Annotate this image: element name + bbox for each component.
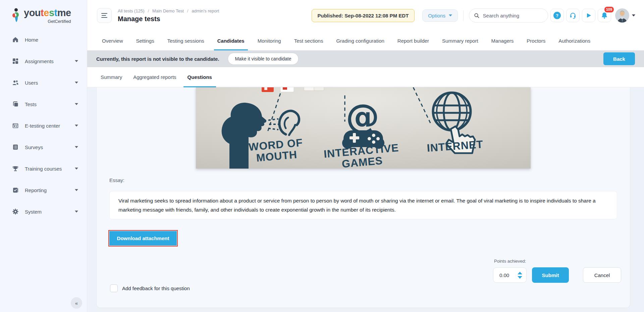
decrement-arrow-icon[interactable] (518, 276, 522, 279)
search-input[interactable] (483, 13, 544, 18)
tab-overview[interactable]: Overview (102, 31, 123, 50)
play-icon (585, 12, 592, 19)
download-attachment-button[interactable]: Download attachment (109, 231, 177, 246)
subtab-aggregated-reports[interactable]: Aggregated reports (133, 67, 176, 87)
users-icon (12, 79, 19, 86)
page-heading: All tests (125) / Main Demo Test / admin… (118, 8, 219, 23)
assignments-icon (12, 58, 19, 64)
tab-summary-report[interactable]: Summary report (442, 31, 478, 50)
submit-button[interactable]: Submit (532, 267, 569, 283)
tab-monitoring[interactable]: Monitoring (258, 31, 281, 50)
notification-count-badge: 109 (604, 7, 614, 12)
tab-candidates[interactable]: Candidates (217, 31, 245, 50)
reporting-icon (12, 187, 19, 193)
sidebar-item-home[interactable]: Home (0, 29, 87, 50)
cancel-button[interactable]: Cancel (583, 267, 621, 283)
make-visible-button[interactable]: Make it visible to candidate (228, 53, 298, 65)
feedback-row: Add feedback for this question (110, 284, 190, 292)
grading-controls: Points achieved: Submit Cancel (493, 259, 621, 283)
help-button[interactable]: ? (550, 9, 564, 22)
chevron-down-icon (75, 60, 78, 62)
breadcrumb-main-demo-test[interactable]: Main Demo Test (152, 8, 184, 13)
sidebar: youtestme GetCertified Home Assignments … (0, 0, 87, 312)
sidebar-item-system[interactable]: System (0, 201, 87, 222)
gear-icon (12, 208, 19, 215)
trophy-icon (12, 165, 19, 172)
points-achieved-label: Points achieved: (494, 259, 526, 264)
home-icon (12, 36, 19, 43)
options-dropdown-button[interactable]: Options (422, 9, 458, 22)
chevron-down-icon (75, 103, 78, 105)
breadcrumb-all-tests[interactable]: All tests (125) (118, 8, 144, 13)
avatar-photo (615, 8, 629, 23)
tab-authorizations[interactable]: Authorizations (558, 31, 590, 50)
top-header: All tests (125) / Main Demo Test / admin… (87, 0, 644, 31)
sidebar-collapse-button[interactable]: « (71, 297, 82, 309)
question-card: @ (96, 87, 630, 308)
annotation-highlight: Download attachment (108, 230, 178, 247)
sidebar-item-label: Tests (25, 101, 37, 107)
global-search[interactable] (469, 8, 548, 23)
brand-logo-icon (12, 8, 21, 24)
breadcrumb: All tests (125) / Main Demo Test / admin… (118, 8, 219, 13)
support-button[interactable] (566, 9, 580, 22)
surveys-icon (12, 144, 19, 150)
tab-testing-sessions[interactable]: Testing sessions (167, 31, 204, 50)
options-label: Options (428, 13, 445, 18)
published-status-badge: Published: Sep-08-2022 12:08 PM EDT (312, 9, 415, 22)
sidebar-item-users[interactable]: Users (0, 72, 87, 93)
bell-icon (601, 12, 608, 19)
sidebar-item-training-courses[interactable]: Training courses (0, 158, 87, 179)
sidebar-item-assignments[interactable]: Assignments (0, 50, 87, 72)
content-area: @ (87, 87, 644, 312)
tab-settings[interactable]: Settings (136, 31, 154, 50)
chevron-down-icon (75, 168, 78, 170)
brand-tagline: GetCertified (48, 19, 71, 24)
sidebar-item-label: Training courses (25, 166, 62, 172)
subtab-summary[interactable]: Summary (101, 67, 122, 87)
brand-name: youtestme (24, 8, 71, 18)
tab-managers[interactable]: Managers (491, 31, 514, 50)
essay-answer-text: Viral marketing seeks to spread informat… (109, 191, 617, 219)
report-subtabs: Summary Aggregated reports Questions (87, 67, 644, 87)
chevron-down-icon (75, 125, 78, 127)
breadcrumb-separator: / (148, 8, 149, 13)
sidebar-item-surveys[interactable]: Surveys (0, 136, 87, 158)
subtab-questions[interactable]: Questions (187, 67, 212, 87)
tab-report-builder[interactable]: Report builder (397, 31, 429, 50)
sidebar-item-label: Assignments (25, 58, 54, 64)
page-title: Manage tests (118, 15, 219, 23)
question-illustration: @ (196, 87, 531, 169)
tab-test-sections[interactable]: Test sections (294, 31, 323, 50)
tutorial-button[interactable] (582, 9, 595, 22)
search-icon (474, 12, 480, 19)
breadcrumb-admins-report[interactable]: admin's report (192, 8, 219, 13)
visibility-notice-text: Currently, this report is not visible to… (96, 56, 219, 62)
add-feedback-checkbox[interactable] (110, 284, 118, 292)
sidebar-item-label: Surveys (25, 144, 43, 150)
sidebar-item-label: System (25, 209, 42, 215)
menu-toggle-button[interactable] (97, 8, 112, 23)
sidebar-item-tests[interactable]: Tests (0, 93, 87, 115)
tab-proctors[interactable]: Proctors (527, 31, 545, 50)
tab-grading-configuration[interactable]: Grading configuration (336, 31, 384, 50)
points-stepper[interactable] (493, 267, 527, 283)
points-input[interactable] (499, 272, 514, 278)
sidebar-nav: Home Assignments Users Tests E-testing c… (0, 29, 87, 222)
notifications-button[interactable]: 109 (598, 9, 611, 22)
user-menu-chevron-icon[interactable] (632, 14, 635, 16)
download-row: Download attachment (108, 230, 630, 247)
user-avatar[interactable] (615, 8, 629, 23)
back-button[interactable]: Back (603, 52, 635, 65)
tests-icon (12, 101, 19, 107)
chevron-down-icon (75, 211, 78, 213)
main-area: All tests (125) / Main Demo Test / admin… (87, 0, 644, 312)
chevron-down-icon (449, 14, 452, 16)
brand-logo: youtestme GetCertified (0, 0, 87, 24)
sidebar-item-label: E-testing center (25, 123, 60, 129)
sidebar-item-label: Reporting (25, 187, 47, 193)
sidebar-item-label: Home (25, 37, 38, 43)
sidebar-item-e-testing-center[interactable]: E-testing center (0, 115, 87, 136)
sidebar-item-reporting[interactable]: Reporting (0, 179, 87, 201)
increment-arrow-icon[interactable] (518, 272, 522, 274)
